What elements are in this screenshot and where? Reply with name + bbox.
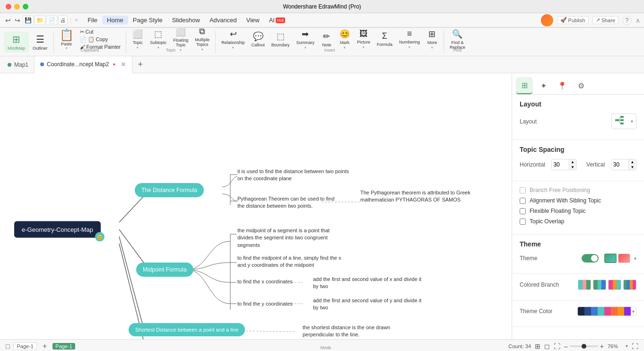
layout-selector[interactable]: ▾ [611, 114, 636, 129]
menu-advanced[interactable]: Advanced [205, 16, 242, 25]
theme-section: Theme Theme ▾ [512, 235, 644, 274]
note-button[interactable]: ✏ Note [318, 29, 335, 50]
branch-style-4[interactable] [623, 280, 636, 290]
settings-tab-icon: ⚙ [578, 81, 584, 90]
copy-button[interactable]: 📄 📋 Copy [78, 36, 123, 43]
horizontal-label: Horizontal [520, 161, 545, 168]
open-button[interactable]: 📁 [35, 16, 45, 25]
theme-dropdown-arrow[interactable]: ▾ [634, 256, 636, 261]
numbering-button[interactable]: ≡ Numbering ▾ [396, 29, 423, 50]
canvas[interactable]: e-Geometry-Concept-Map 😊 The Distance Fo… [0, 73, 512, 339]
floating-topic-button[interactable]: ⬜ FloatingTopic ▾ [170, 29, 191, 50]
cut-button[interactable]: ✂ Cut [78, 28, 123, 35]
vertical-up[interactable]: ▲ [628, 159, 636, 165]
mindmap-mode-button[interactable]: ⊞ MindMap [4, 32, 29, 53]
vertical-label: Vertical [586, 161, 605, 168]
close-button[interactable] [6, 4, 11, 9]
location-tab-icon: 📍 [557, 81, 567, 90]
theme-thumb-1[interactable] [604, 254, 617, 263]
publish-button[interactable]: 🚀 Publish [557, 16, 589, 24]
overlap-checkbox[interactable] [520, 219, 526, 225]
alignment-checkbox[interactable] [520, 198, 526, 204]
add-tab-button[interactable]: + [132, 60, 149, 70]
horizontal-spinner[interactable]: 30 ▲ ▼ [551, 159, 577, 170]
branch-shortest-distance[interactable]: Shortest Distance between a point and a … [129, 323, 245, 336]
horizontal-input[interactable]: 30 [552, 160, 569, 169]
main-area: e-Geometry-Concept-Map 😊 The Distance Fo… [0, 73, 644, 339]
paste-label: Paste [61, 42, 72, 46]
tab-close-button[interactable]: ✕ [121, 61, 126, 68]
vertical-input[interactable]: 30 [611, 160, 628, 169]
boundary-button[interactable]: ⬚ Boundary [269, 29, 293, 50]
branch-style-1[interactable] [578, 280, 591, 290]
theme-color-bar[interactable]: ▾ [577, 307, 636, 316]
menu-slideshow[interactable]: Slideshow [167, 16, 205, 25]
relationship-button[interactable]: ↩ Relationship ▾ [218, 29, 248, 50]
branch-free-checkbox[interactable] [520, 187, 526, 193]
user-avatar[interactable] [541, 14, 553, 26]
branch-free-label: Branch Free Positioning [530, 187, 590, 193]
more-insert-button[interactable]: ⊞ More ▾ [424, 29, 441, 50]
share-button[interactable]: ↗ Share [592, 16, 618, 24]
zoom-slider[interactable] [570, 345, 598, 347]
panel-tab-settings[interactable]: ⚙ [573, 77, 590, 94]
mindmap-canvas[interactable]: e-Geometry-Concept-Map 😊 The Distance Fo… [0, 73, 512, 339]
print-button[interactable]: 🖨 [58, 16, 68, 25]
svg-line-27 [619, 120, 620, 123]
horizontal-up[interactable]: ▲ [569, 159, 576, 165]
menu-ai[interactable]: AI Hot [264, 16, 290, 25]
new-button[interactable]: 📄 [46, 16, 57, 25]
vertical-spinner[interactable]: 30 ▲ ▼ [611, 159, 636, 170]
theme-color-dropdown[interactable]: ▾ [631, 309, 636, 314]
menu-home[interactable]: Home [102, 16, 128, 25]
maximize-button[interactable] [23, 4, 28, 9]
leaf-midpoint-1: the midpoint of a segment is a point tha… [237, 227, 341, 249]
central-node-avatar[interactable]: 😊 [95, 232, 104, 242]
redo-button[interactable]: ↪ [13, 16, 22, 25]
help-button[interactable]: ? [622, 16, 632, 25]
undo-button[interactable]: ↩ [4, 16, 12, 25]
branch-style-3[interactable] [608, 280, 621, 290]
minimize-button[interactable] [14, 4, 20, 9]
outliner-mode-button[interactable]: ☰ Outliner [29, 32, 52, 53]
menubar: ↩ ↪ 💾 📁 📄 🖨 | ▿ File Home Page Style Sli… [0, 13, 644, 27]
more-quick-button[interactable]: ▿ [74, 17, 79, 24]
branch-midpoint-formula[interactable]: Midpoint Formula [136, 263, 193, 277]
central-node[interactable]: e-Geometry-Concept-Map 😊 [14, 221, 101, 238]
tab-map2[interactable]: Coordinate...ncept Map2 ● ✕ [35, 56, 132, 73]
formula-button[interactable]: Σ Formula [374, 29, 395, 50]
panel-tab-location[interactable]: 📍 [554, 77, 571, 94]
horizontal-down[interactable]: ▼ [569, 165, 576, 170]
picture-button[interactable]: 🖼 Picture ▾ [354, 29, 373, 50]
theme-toggle-switch[interactable] [582, 254, 599, 263]
summary-button[interactable]: ➡ Summary ▾ [293, 29, 317, 50]
save-button[interactable]: 💾 [23, 16, 34, 25]
menu-pagestyle[interactable]: Page Style [128, 16, 167, 25]
branch-distance-formula[interactable]: The Distance Formula [135, 183, 204, 197]
sparkle-tab-icon: ✦ [540, 81, 547, 90]
callout-button[interactable]: 💬 Callout [249, 29, 268, 50]
svg-line-2 [119, 237, 144, 331]
vertical-down[interactable]: ▼ [628, 165, 636, 170]
flexible-checkbox[interactable] [520, 208, 526, 214]
multiple-topics-icon: ⧉ [199, 28, 205, 36]
tab-map1[interactable]: Map1 [2, 56, 35, 73]
flexible-label: Flexible Floating Topic [530, 208, 586, 214]
panel-tab-sparkle[interactable]: ✦ [535, 77, 552, 94]
topic-button[interactable]: ⬜ Topic ▾ [129, 29, 146, 50]
menu-view[interactable]: View [242, 16, 264, 25]
options-section: Branch Free Positioning Alignment With S… [512, 181, 644, 235]
mark-button[interactable]: 😊 Mark ▾ [336, 29, 353, 50]
theme-thumb-2[interactable] [618, 254, 630, 263]
topic-icon: ⬜ [132, 29, 143, 39]
subtopic-button[interactable]: ⬚ Subtopic ▾ [147, 29, 169, 50]
find-replace-button[interactable]: 🔍 Find &Replace [447, 29, 468, 50]
branch-style-2[interactable] [593, 280, 606, 290]
menu-file[interactable]: File [83, 16, 102, 25]
document-tabs: Map1 Coordinate...ncept Map2 ● ✕ + [0, 56, 644, 73]
zoom-slider-thumb [582, 344, 586, 349]
traffic-lights [6, 4, 28, 9]
multiple-topics-button[interactable]: ⧉ MultipleTopics ▾ [192, 29, 212, 50]
panel-tab-layout[interactable]: ⊞ [516, 77, 533, 94]
collapse-ribbon-button[interactable]: ∧ [635, 17, 640, 24]
